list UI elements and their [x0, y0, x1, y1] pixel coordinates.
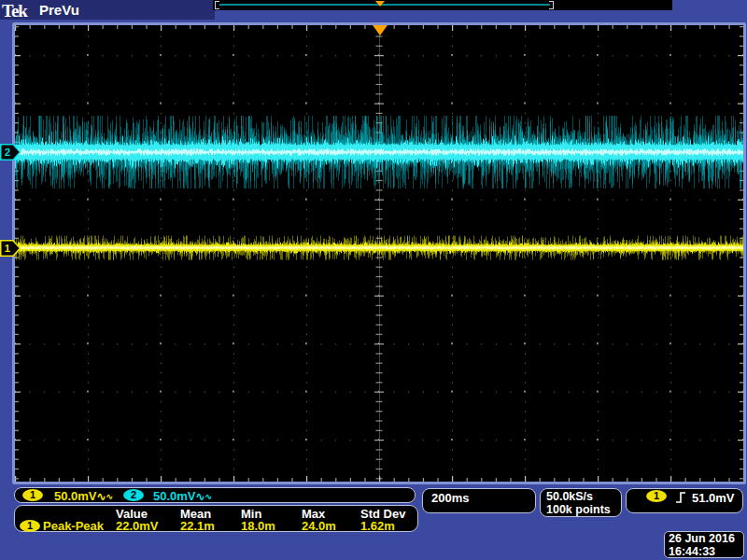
oscilloscope-screen: { "header": { "logo": "Tek", "mode": "Pr… [0, 0, 747, 560]
acquisition-mode-label: PreVu [39, 2, 79, 18]
record-waveform-line [219, 4, 550, 6]
meas-stddev: 1.62m [360, 519, 395, 533]
time-per-div: 200ms [431, 491, 469, 505]
meas-max: 24.0m [302, 519, 336, 533]
trigger-level: 51.0mV [692, 491, 735, 505]
channel-readout-bar: 1 50.0mV∿∿ 2 50.0mV∿∿ [14, 487, 416, 503]
svg-text:1: 1 [5, 243, 11, 254]
svg-text:2: 2 [5, 147, 10, 158]
meas-source-badge: 1 [20, 520, 40, 532]
date-label: 26 Jun 2016 [669, 532, 743, 545]
datetime-box: 26 Jun 2016 16:44:33 [664, 531, 744, 558]
channel-1-scale: 50.0mV∿∿ [54, 489, 113, 503]
trigger-readout-box: 1 51.0mV [626, 488, 743, 513]
meas-value: 22.0mV [116, 519, 159, 533]
horizontal-scale-box: 200ms [422, 488, 536, 513]
meas-mean: 22.1m [180, 519, 215, 533]
top-strip [0, 0, 215, 20]
channel-1-badge: 1 [22, 489, 43, 501]
tek-logo: Tek [2, 1, 27, 21]
sample-rate: 50.0kS/s [546, 490, 621, 503]
trigger-slope-icon [675, 491, 686, 504]
acquisition-box: 50.0kS/s 100k points [540, 488, 622, 517]
record-trigger-position-icon [375, 1, 385, 7]
record-length: 100k points [546, 503, 621, 516]
channel-1-marker: 1 [0, 240, 22, 257]
waveform-display [15, 25, 743, 482]
channel-2-badge: 2 [123, 489, 144, 501]
time-label: 16:44:33 [669, 545, 743, 558]
measurement-box: Value Mean Min Max Std Dev 1 Peak-Peak 2… [14, 505, 418, 532]
record-view-bar [213, 0, 672, 10]
trigger-source-badge: 1 [646, 490, 667, 502]
graticule-and-waveforms [15, 25, 743, 482]
channel-2-scale: 50.0mV∿∿ [153, 489, 212, 503]
trigger-position-icon [373, 25, 388, 35]
meas-min: 18.0m [241, 519, 275, 533]
meas-name: Peak-Peak [43, 519, 104, 533]
channel-2-marker: 2 [0, 144, 22, 161]
